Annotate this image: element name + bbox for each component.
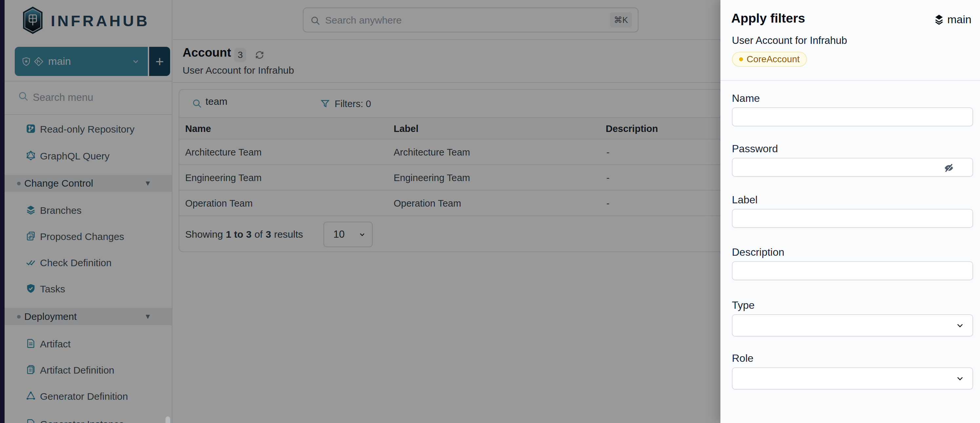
drawer-title: Apply filters (731, 11, 805, 25)
password-field[interactable] (732, 158, 973, 177)
chevron-down-icon (955, 373, 965, 384)
field-label-role: Role (732, 352, 754, 364)
chevron-down-icon (955, 320, 965, 331)
field-label-password: Password (732, 143, 778, 155)
divider (721, 80, 980, 81)
drawer-branch-indicator: main (934, 13, 972, 26)
field-label-description: Description (732, 246, 784, 258)
kind-badge: CoreAccount (732, 52, 807, 67)
label-field[interactable] (732, 209, 973, 228)
description-field[interactable] (732, 261, 973, 280)
name-field[interactable] (732, 108, 973, 127)
role-select[interactable] (732, 368, 973, 390)
type-select[interactable] (732, 314, 973, 337)
layers-icon (934, 14, 944, 25)
sidebar-scrollbar-thumb[interactable] (165, 417, 170, 423)
field-label-name: Name (732, 92, 760, 105)
field-label-label: Label (732, 194, 757, 206)
drawer-branch-name: main (947, 13, 972, 26)
eye-off-icon[interactable] (943, 162, 955, 174)
app-root: INFRAHUB main (0, 0, 980, 423)
badge-dot (739, 57, 743, 61)
field-label-type: Type (732, 299, 754, 311)
badge-label: CoreAccount (747, 54, 800, 65)
apply-filters-drawer: Apply filters main User Account for Infr… (721, 0, 980, 423)
drawer-subtitle: User Account for Infrahub (732, 35, 847, 46)
